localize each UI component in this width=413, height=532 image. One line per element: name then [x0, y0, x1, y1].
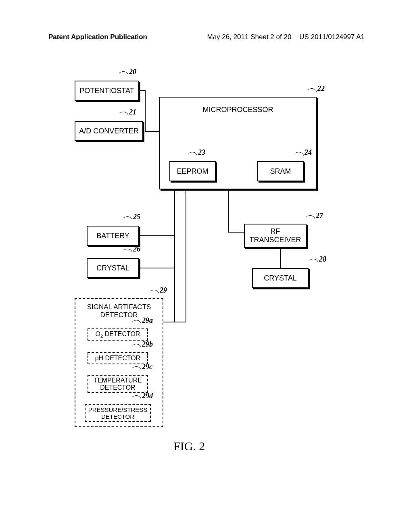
ref-29b: 29b	[142, 340, 153, 349]
crystal1-label: CRYSTAL	[96, 264, 129, 272]
ref-28: 28	[319, 255, 326, 264]
potentiostat-box: POTENTIOSTAT	[75, 81, 139, 101]
ref-22: 22	[317, 85, 325, 93]
temp-detector-box: TEMPERATURE DETECTOR	[88, 375, 148, 393]
potentiostat-label: POTENTIOSTAT	[79, 87, 134, 95]
conn-crystal1	[139, 268, 175, 268]
ad-converter-label: A/D CONVERTER	[79, 127, 139, 135]
pressure-detector-box: PRESSURE/STRESS DETECTOR	[85, 404, 151, 422]
conn-battery-h	[157, 235, 175, 236]
figure-label: FIG. 2	[173, 439, 205, 453]
conn-mp-trunk-mid	[186, 189, 186, 322]
pressure-detector-label: PRESSURE/STRESS DETECTOR	[88, 406, 148, 420]
conn-mp-rf-v	[228, 189, 229, 233]
eeprom-label: EEPROM	[177, 167, 208, 176]
ph-detector-label: pH DETECTOR	[95, 355, 141, 362]
conn-pot-v	[145, 90, 146, 102]
ref-29d: 29d	[142, 392, 153, 400]
crystal2-label: CRYSTAL	[264, 274, 296, 283]
o2-detector-label: O2 DETECTOR	[96, 330, 140, 339]
crystal2-box: CRYSTAL	[252, 268, 309, 288]
ph-detector-box: pH DETECTOR	[88, 352, 148, 364]
o2-detector-box: O2 DETECTOR	[88, 328, 148, 341]
rf-transceiver-label: RF TRANSCEIVER	[249, 227, 301, 244]
battery-box: BATTERY	[87, 226, 139, 246]
temp-detector-label: TEMPERATURE DETECTOR	[94, 377, 142, 391]
ref-26: 26	[133, 245, 140, 254]
ref-27: 27	[316, 212, 323, 220]
conn-battery	[139, 235, 158, 236]
ref-25: 25	[133, 213, 140, 221]
ref-20: 20	[129, 68, 136, 76]
ad-converter-box: A/D CONVERTER	[75, 121, 143, 141]
conn-pot-ad	[145, 101, 146, 132]
sram-label: SRAM	[270, 167, 291, 176]
crystal1-box: CRYSTAL	[87, 258, 139, 278]
eeprom-box: EEPROM	[169, 161, 216, 181]
ref-29a: 29a	[142, 316, 153, 325]
ref-21: 21	[129, 108, 136, 116]
conn-artifacts-h	[163, 322, 186, 322]
sram-box: SRAM	[257, 161, 304, 181]
conn-mp-rf-h	[228, 232, 244, 233]
header-right: US 2011/0124997 A1	[299, 33, 365, 41]
battery-label: BATTERY	[96, 232, 129, 240]
conn-ad-mp	[145, 131, 159, 132]
ref-29c: 29c	[142, 363, 152, 371]
conn-mp-trunk-left	[174, 189, 175, 322]
conn-rf-crystal2	[280, 248, 281, 268]
rf-transceiver-box: RF TRANSCEIVER	[244, 224, 307, 248]
ref-29: 29	[160, 286, 167, 295]
header-left: Patent Application Publication	[48, 33, 147, 41]
header-center: May 26, 2011 Sheet 2 of 20	[207, 33, 291, 41]
ref-23: 23	[198, 148, 205, 157]
microprocessor-label: MICROPROCESSOR	[202, 106, 273, 114]
block-diagram: POTENTIOSTAT 20 A/D CONVERTER 21 MICROPR…	[0, 73, 413, 476]
ref-24: 24	[305, 148, 312, 157]
